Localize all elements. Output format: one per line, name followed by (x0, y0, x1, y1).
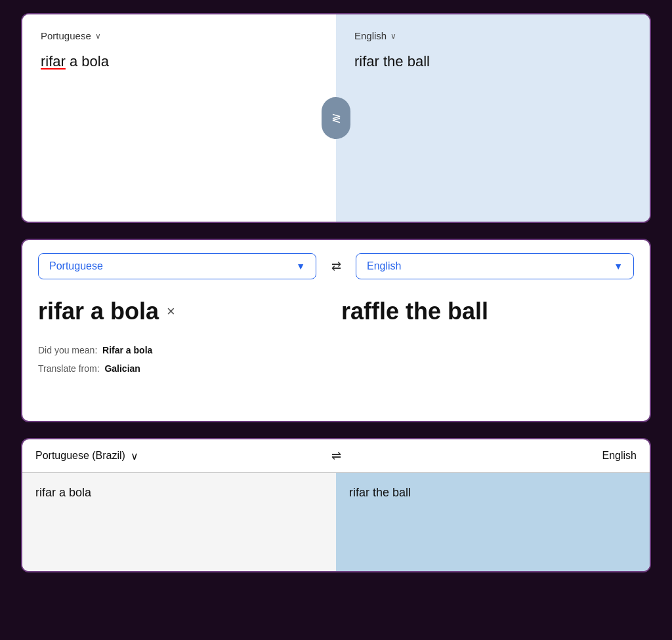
panel2-swap-button[interactable]: ⇄ (324, 254, 348, 278)
panel1-source-text: rifar a bola (41, 52, 318, 72)
panel1-translated-text: rifar the ball (354, 52, 631, 72)
panel1-source-lang-label: Portuguese (41, 30, 91, 41)
panel2-source-lang-arrow: ▼ (296, 261, 305, 271)
panel2-translate-from-value: Galician (104, 363, 140, 374)
panel3-swap-icon: ⇌ (331, 449, 341, 463)
panel1-target-pane: English ∨ rifar the ball (336, 14, 650, 222)
panel1-target-lang-label: English (354, 30, 387, 41)
panel3-source-text: rifar a bola (22, 473, 336, 571)
panel1-source-text-underlined: rifar (41, 53, 66, 70)
panel1-target-lang-chevron: ∨ (390, 31, 396, 41)
panel3-body: rifar a bola rifar the ball (22, 473, 650, 571)
panel1-source-lang-chevron: ∨ (95, 31, 101, 41)
panel1-swap-button[interactable]: ≷ (322, 97, 350, 139)
panel2-source-text: rifar a bola (38, 298, 159, 325)
panel1-swap-icon: ≷ (331, 111, 341, 125)
panel2-translation-row: rifar a bola × raffle the ball (38, 298, 634, 325)
panel2-suggestions: Did you mean: Rifar a bola Translate fro… (38, 341, 634, 378)
panel3-target-lang: English (354, 450, 637, 462)
panel2-target-lang-label: English (367, 260, 401, 272)
panel1-source-pane: Portuguese ∨ rifar a bola (22, 14, 336, 222)
panel2-target-lang-select[interactable]: English ▼ (356, 253, 634, 279)
panel1-source-lang[interactable]: Portuguese ∨ (41, 30, 318, 41)
panel3-target-lang-label: English (602, 450, 637, 462)
panel2-did-you-mean-value[interactable]: Rifar a bola (102, 345, 152, 355)
panel3-source-lang-chevron: ∨ (131, 450, 138, 462)
panel-3: Portuguese (Brazil) ∨ ⇌ English rifar a … (21, 438, 651, 572)
panel-2: Portuguese ▼ ⇄ English ▼ rifar a bola × … (21, 239, 651, 422)
panel-1: Portuguese ∨ rifar a bola ≷ English ∨ ri… (21, 13, 651, 223)
panel2-lang-row: Portuguese ▼ ⇄ English ▼ (38, 253, 634, 279)
panel2-translated-text: raffle the ball (341, 298, 634, 325)
panel2-translate-from: Translate from: Galician (38, 359, 634, 378)
panel2-did-you-mean-label: Did you mean: (38, 345, 97, 355)
panel1-source-text-rest: a bola (66, 53, 109, 70)
panel2-swap-icon: ⇄ (331, 259, 341, 273)
panel3-header: Portuguese (Brazil) ∨ ⇌ English (22, 439, 650, 473)
panel2-translate-from-label: Translate from: (38, 363, 100, 374)
panel2-clear-button[interactable]: × (167, 303, 175, 320)
panel3-translated-text: rifar the ball (336, 473, 650, 571)
panel1-target-lang[interactable]: English ∨ (354, 30, 631, 41)
panel2-source-lang-label: Portuguese (49, 260, 103, 272)
panel2-source-block: rifar a bola × (38, 298, 331, 325)
panel2-source-lang-select[interactable]: Portuguese ▼ (38, 253, 316, 279)
panel3-source-lang[interactable]: Portuguese (Brazil) ∨ (35, 450, 318, 462)
panel2-did-you-mean: Did you mean: Rifar a bola (38, 341, 634, 359)
panel3-swap-button[interactable]: ⇌ (318, 449, 354, 463)
panel2-target-lang-arrow: ▼ (614, 261, 623, 271)
panel3-source-lang-label: Portuguese (Brazil) (35, 450, 125, 462)
